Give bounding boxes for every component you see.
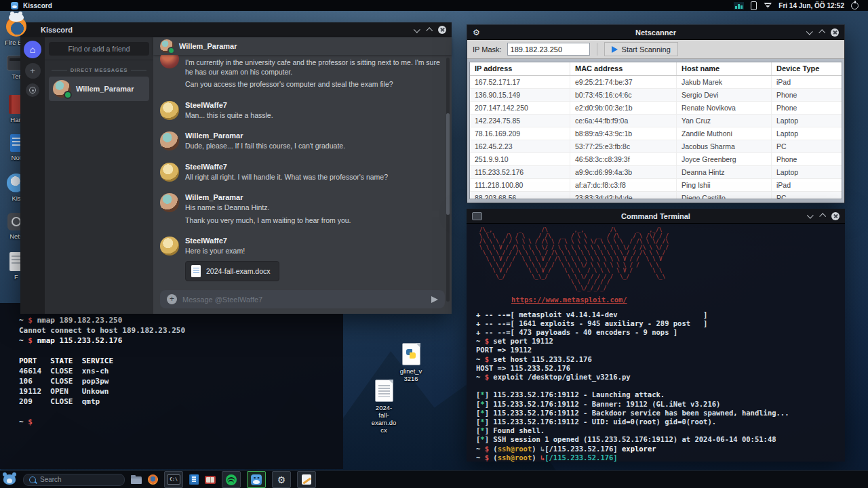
table-cell: Joyce Greenberg <box>677 153 772 165</box>
ip-mask-input[interactable] <box>507 43 590 56</box>
table-row[interactable]: 111.218.100.80af:a7:dc:f8:c3:f8Ping Ishi… <box>470 179 842 192</box>
minimize-icon[interactable] <box>807 212 814 219</box>
attach-file-icon[interactable] <box>167 294 177 304</box>
system-monitor-icon[interactable] <box>734 2 744 9</box>
terminal-line: 106 CLOSE pop3pw <box>19 376 343 386</box>
table-cell: Laptop <box>772 115 842 127</box>
table-row[interactable]: 142.234.75.85ce:6a:44:fb:f9:0aYan CruzLa… <box>470 115 842 127</box>
minimize-icon[interactable] <box>414 26 420 33</box>
message-author: SteelWaffe7 <box>185 163 388 171</box>
home-button[interactable] <box>24 41 41 58</box>
table-cell: b0:73:45:16:c4:6c <box>570 89 677 101</box>
table-cell: iPad <box>772 76 842 88</box>
dm-conversation-item[interactable]: Willem_Paramar <box>49 77 149 101</box>
document-file-icon <box>375 380 393 402</box>
message-author: SteelWaffe7 <box>185 237 279 245</box>
desktop-file-python-script[interactable]: glinet_v3216 <box>389 343 433 382</box>
message-body: SteelWaffe7All right all right. I will h… <box>185 163 388 186</box>
table-cell: 251.9.9.10 <box>470 153 570 165</box>
terminal-output: ~ $ nmap 189.182.23.250Cannot connect to… <box>0 303 343 427</box>
taskbar-app-notes[interactable] <box>297 471 316 488</box>
chat-header-username: Willem_Paramar <box>179 42 237 50</box>
taskbar-app-kisscord[interactable] <box>247 471 266 488</box>
taskbar-app-gear[interactable] <box>272 471 291 488</box>
taskbar-app-spotify[interactable] <box>222 471 241 488</box>
desktop-file-word-document[interactable]: 2024-fall-exam.docx <box>362 380 406 434</box>
online-status-icon <box>167 47 175 54</box>
table-row[interactable]: 88.203.68.5623:83:3d:d2:b4:deDiego Casti… <box>470 192 842 199</box>
table-row[interactable]: 136.90.15.149b0:73:45:16:c4:6cSergio Dev… <box>470 89 842 102</box>
window-controls <box>808 212 840 220</box>
search-placeholder: Search <box>40 476 62 483</box>
terminal-text-segment: ] 115.233.52.176:19112 - Launching attac… <box>485 390 665 399</box>
netscanner-toolbar: IP Mask: Start Scanning <box>467 40 844 59</box>
terminal-text-segment: ~ <box>476 445 485 453</box>
window-title: Kisscord <box>41 26 73 34</box>
table-row[interactable]: 251.9.9.1046:58:3c:c8:39:3fJoyce Greenbe… <box>470 153 842 166</box>
kisscord-titlebar[interactable]: Kisscord <box>20 22 452 37</box>
wifi-icon[interactable] <box>764 3 772 9</box>
message-text: His name is Deanna Hintz. <box>185 203 351 213</box>
power-icon[interactable] <box>851 2 859 9</box>
minimize-icon[interactable] <box>806 28 813 35</box>
maximize-icon[interactable] <box>818 29 825 36</box>
phone-icon[interactable] <box>751 1 757 10</box>
attachment-filename: 2024-fall-exam.docx <box>206 267 271 275</box>
chat-scrollbar[interactable] <box>446 113 450 215</box>
table-body: 167.52.171.17e9:25:21:74:be:37Jakub Mare… <box>470 76 842 199</box>
taskbar-app-term[interactable] <box>164 471 183 488</box>
terminal-text-segment: $ <box>485 373 494 381</box>
terminal-text-segment: 46614 CLOSE xns-ch <box>19 367 108 375</box>
message-list[interactable]: I'm currently in the university cafe and… <box>153 55 452 289</box>
start-scanning-button[interactable]: Start Scanning <box>604 42 678 56</box>
active-app-indicator[interactable]: Kisscord <box>0 2 52 9</box>
terminal-titlebar[interactable]: Command Terminal <box>467 209 845 224</box>
close-icon[interactable] <box>831 28 839 37</box>
table-row[interactable]: 167.52.171.17e9:25:21:74:be:37Jakub Mare… <box>470 76 842 89</box>
file-icon <box>191 265 201 277</box>
taskbar: Search <box>0 470 868 488</box>
taskbar-app-bluebook[interactable] <box>189 474 199 485</box>
background-terminal-window[interactable]: ~ $ nmap 189.182.23.250Cannot connect to… <box>0 303 343 469</box>
terminal-text-segment: 209 CLOSE qmtp <box>19 397 100 406</box>
column-header: Host name <box>677 62 772 75</box>
netscanner-titlebar[interactable]: Netscanner <box>467 25 844 40</box>
terminal-text-segment: [/115.233.52.176] <box>545 445 622 453</box>
table-cell: ce:6a:44:fb:f9:0a <box>570 115 677 127</box>
maximize-icon[interactable] <box>426 27 433 34</box>
friend-search-input[interactable]: Find or add a friend <box>49 42 149 56</box>
taskbar-search-input[interactable]: Search <box>23 474 125 486</box>
table-row[interactable]: 78.16.169.209b8:89:a9:43:9c:1bZandile Mu… <box>470 127 842 140</box>
app-launcher-icon[interactable] <box>3 474 16 485</box>
close-icon[interactable] <box>831 212 840 220</box>
clock[interactable]: Fri 14 Jun, ÖÖ 12:52 <box>778 2 844 9</box>
terminal-text-segment: $ <box>485 355 494 363</box>
table-header-row: IP addressMAC addressHost nameDevice Typ… <box>470 62 842 76</box>
terminal-line: Cannot connect to host 189.182.23.250 <box>19 325 343 336</box>
taskbar-app-redbook[interactable] <box>205 476 216 484</box>
terminal-text-segment: ~ <box>476 355 485 363</box>
table-cell: 167.52.171.17 <box>470 76 570 88</box>
system-tray: Fri 14 Jun, ÖÖ 12:52 <box>734 1 868 10</box>
add-server-button[interactable] <box>25 63 41 79</box>
table-row[interactable]: 207.147.142.250e2:d0:9b:00:3e:1bRenate N… <box>470 102 842 115</box>
online-status-icon <box>64 91 72 99</box>
terminal-line: ~ $ set port 19112 <box>476 337 845 346</box>
maximize-icon[interactable] <box>819 213 826 220</box>
terminal-body[interactable]: /\_, _ /\ ,_, /\ _ ,_/\ \ \ \ /\ / \ / /… <box>467 224 845 462</box>
close-icon[interactable] <box>438 26 446 34</box>
taskbar-app-folder[interactable] <box>131 475 142 484</box>
explore-button[interactable] <box>26 83 39 97</box>
taskbar-app-globe[interactable] <box>148 474 158 485</box>
table-cell: e9:25:21:74:be:37 <box>570 76 677 88</box>
terminal-line: + -- --=[ 1641 exploits - 945 auxiliary … <box>476 319 845 328</box>
attachment-card[interactable]: 2024-fall-exam.docx <box>185 261 279 281</box>
table-cell: 88.203.68.56 <box>470 192 570 199</box>
table-cell: 23:83:3d:d2:b4:de <box>570 192 677 199</box>
message-input[interactable]: Message @SteelWaffe7 <box>160 290 445 308</box>
table-row[interactable]: 115.233.52.176a9:9c:d6:99:4a:3bDeanna Hi… <box>470 166 842 179</box>
send-icon[interactable] <box>431 296 438 303</box>
firefox-icon <box>6 16 26 37</box>
terminal-line: [*] SSH session 1 opened (115.233.52.176… <box>476 435 845 444</box>
table-row[interactable]: 162.45.2.2353:77:25:e3:fb:8cJacobus Shar… <box>470 140 842 153</box>
